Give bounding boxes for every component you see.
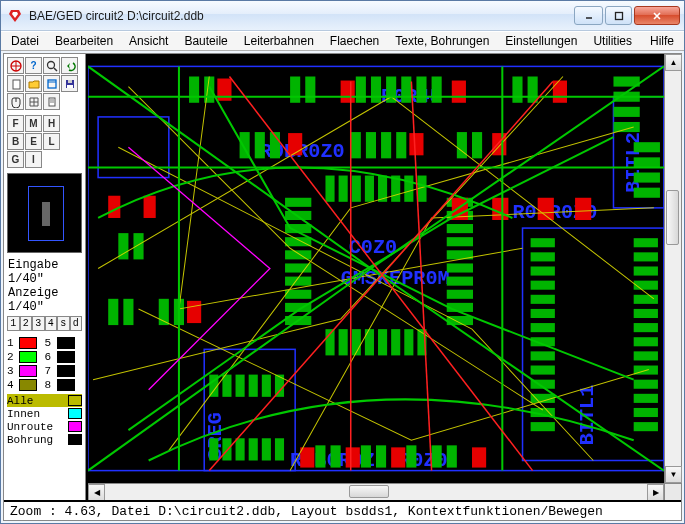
close-button[interactable] xyxy=(634,6,680,25)
svg-rect-39 xyxy=(512,77,522,103)
app-window: BAE/GED circuit2 D:\circuit2.ddb Datei B… xyxy=(0,0,685,524)
menubar: Datei Bearbeiten Ansicht Bauteile Leiter… xyxy=(1,31,684,51)
tool-zoom-icon[interactable] xyxy=(43,57,60,74)
svg-rect-46 xyxy=(255,132,265,158)
scale-3[interactable]: 3 xyxy=(32,316,45,331)
svg-rect-137 xyxy=(123,299,133,325)
scroll-up-icon[interactable]: ▲ xyxy=(665,54,682,71)
svg-rect-160 xyxy=(187,301,201,323)
scroll-down-icon[interactable]: ▼ xyxy=(665,466,682,483)
scale-s[interactable]: s xyxy=(57,316,70,331)
scroll-right-icon[interactable]: ▶ xyxy=(647,484,664,501)
tool-h-button[interactable]: H xyxy=(43,115,60,132)
menu-flaechen[interactable]: Flaechen xyxy=(322,33,387,49)
hscroll-thumb[interactable] xyxy=(349,485,389,498)
svg-rect-111 xyxy=(531,309,555,318)
menu-bearbeiten[interactable]: Bearbeiten xyxy=(47,33,121,49)
tool-globe-icon[interactable] xyxy=(7,57,24,74)
scale-buttons: 1 2 3 4 s d xyxy=(4,316,85,334)
tool-save-icon[interactable] xyxy=(61,75,78,92)
filter-alle[interactable]: Alle xyxy=(7,394,82,407)
layer-6[interactable]: 6 xyxy=(45,350,83,364)
svg-rect-161 xyxy=(300,447,314,467)
layer-4[interactable]: 4 xyxy=(7,378,45,392)
svg-text:BITL1: BITL1 xyxy=(576,385,599,446)
svg-rect-128 xyxy=(634,351,658,360)
tool-undo-icon[interactable] xyxy=(61,57,78,74)
filter-unroute[interactable]: Unroute xyxy=(7,420,82,433)
svg-rect-110 xyxy=(531,295,555,304)
filter-innen[interactable]: Innen xyxy=(7,407,82,420)
svg-rect-10 xyxy=(67,85,73,88)
svg-rect-74 xyxy=(447,277,473,286)
menu-utilities[interactable]: Utilities xyxy=(585,33,640,49)
svg-rect-133 xyxy=(634,422,658,431)
menu-texte-bohrungen[interactable]: Texte, Bohrungen xyxy=(387,33,497,49)
svg-rect-50 xyxy=(381,132,391,158)
svg-rect-155 xyxy=(144,196,156,218)
svg-rect-105 xyxy=(275,438,284,460)
svg-rect-163 xyxy=(391,447,405,467)
tool-l-button[interactable]: L xyxy=(43,133,60,150)
layer-5[interactable]: 5 xyxy=(45,336,83,350)
menu-einstellungen[interactable]: Einstellungen xyxy=(497,33,585,49)
svg-rect-112 xyxy=(531,323,555,332)
maximize-button[interactable] xyxy=(605,6,632,25)
tool-open-icon[interactable] xyxy=(25,75,42,92)
svg-rect-44 xyxy=(613,122,639,132)
vertical-scrollbar[interactable]: ▲ ▼ xyxy=(664,54,681,483)
menu-bauteile[interactable]: Bauteile xyxy=(176,33,235,49)
tool-m-button[interactable]: M xyxy=(25,115,42,132)
board-preview[interactable] xyxy=(7,173,82,253)
scale-1[interactable]: 1 xyxy=(7,316,20,331)
menu-ansicht[interactable]: Ansicht xyxy=(121,33,176,49)
tool-mouse-icon[interactable] xyxy=(7,93,24,110)
pcb-canvas[interactable]: R0R45 R0BR0Z0 GMSKEPR0M C0Z0 R0BR0Z0 R0B… xyxy=(88,54,664,483)
scroll-left-icon[interactable]: ◀ xyxy=(88,484,105,501)
tool-e-button[interactable]: E xyxy=(25,133,42,150)
svg-rect-84 xyxy=(404,176,413,202)
menu-leiterbahnen[interactable]: Leiterbahnen xyxy=(236,33,322,49)
svg-rect-97 xyxy=(249,375,258,397)
svg-rect-124 xyxy=(634,295,658,304)
minimize-button[interactable] xyxy=(574,6,603,25)
app-icon xyxy=(7,8,23,24)
tool-new-icon[interactable] xyxy=(7,75,24,92)
svg-rect-54 xyxy=(634,142,660,152)
svg-rect-5 xyxy=(13,80,20,89)
client-area: ? F M H B E xyxy=(3,53,682,521)
scale-2[interactable]: 2 xyxy=(20,316,33,331)
layer-2[interactable]: 2 xyxy=(7,350,45,364)
svg-rect-125 xyxy=(634,309,658,318)
svg-rect-92 xyxy=(404,329,413,355)
scale-d[interactable]: d xyxy=(70,316,83,331)
svg-rect-89 xyxy=(365,329,374,355)
menu-hilfe[interactable]: Hilfe xyxy=(642,33,682,49)
tool-grid-icon[interactable] xyxy=(25,93,42,110)
horizontal-scrollbar[interactable]: ◀ ▶ xyxy=(88,483,664,500)
tool-doc-icon[interactable] xyxy=(43,93,60,110)
layer-3[interactable]: 3 xyxy=(7,364,45,378)
input-scale: 1/40" xyxy=(8,272,81,286)
layer-1[interactable]: 1 xyxy=(7,336,45,350)
tool-i-button[interactable]: I xyxy=(25,151,42,168)
svg-rect-57 xyxy=(634,188,660,198)
svg-rect-159 xyxy=(575,198,591,220)
layer-8[interactable]: 8 xyxy=(45,378,83,392)
tool-b-button[interactable]: B xyxy=(7,133,24,150)
svg-rect-132 xyxy=(634,408,658,417)
svg-rect-144 xyxy=(406,445,416,467)
scale-4[interactable]: 4 xyxy=(45,316,58,331)
svg-rect-127 xyxy=(634,337,658,346)
vscroll-thumb[interactable] xyxy=(666,190,679,245)
tool-help-icon[interactable]: ? xyxy=(25,57,42,74)
tool-f-button[interactable]: F xyxy=(7,115,24,132)
tool-g-button[interactable]: G xyxy=(7,151,24,168)
filter-bohrung[interactable]: Bohrung xyxy=(7,433,82,446)
tool-window-icon[interactable] xyxy=(43,75,60,92)
svg-rect-9 xyxy=(68,80,72,83)
layer-7[interactable]: 7 xyxy=(45,364,83,378)
svg-line-4 xyxy=(54,68,57,71)
menu-datei[interactable]: Datei xyxy=(3,33,47,49)
svg-rect-16 xyxy=(98,117,169,178)
